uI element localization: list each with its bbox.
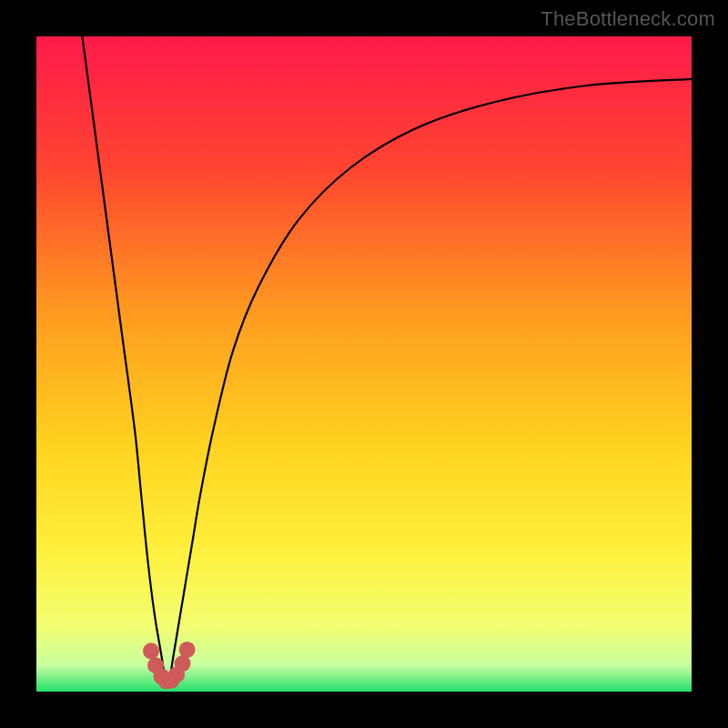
chart-frame: TheBottleneck.com: [0, 0, 728, 728]
bottleneck-chart: [36, 36, 692, 692]
valley-marker: [179, 642, 196, 658]
gradient-background: [36, 36, 692, 692]
watermark-text: TheBottleneck.com: [541, 7, 715, 31]
plot-area: [36, 36, 692, 692]
valley-marker: [143, 642, 159, 659]
